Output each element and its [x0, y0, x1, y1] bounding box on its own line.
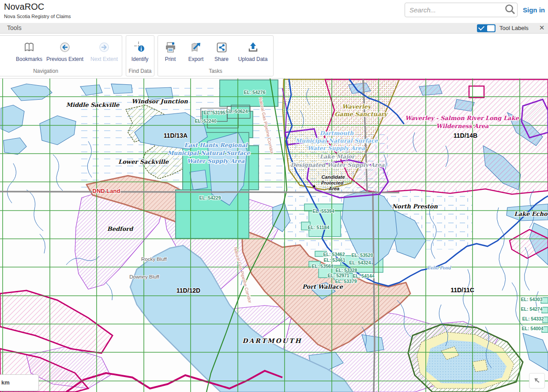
page-title: NovaROC — [4, 2, 44, 12]
map-label: 11D/13A — [164, 132, 188, 139]
upload-icon — [247, 40, 259, 54]
map-label: Designated Water Supply Area — [290, 162, 385, 168]
map-label: EL: 54274 — [521, 306, 542, 312]
attribution-arrow-icon — [533, 377, 540, 385]
map-label: EL: 53520 — [351, 253, 373, 258]
tool-label: Upload Data — [238, 56, 268, 62]
page-subtitle: Nova Scotia Registry of Claims — [4, 14, 71, 19]
map-label: Middle Sackville — [66, 102, 120, 108]
tools-ribbon: Bookmarks Previous Extent — [0, 34, 548, 79]
map-label: Wilderness Area — [436, 123, 489, 129]
map-label: EL: 51184 — [308, 225, 330, 230]
map-label: Game Sanctuary — [334, 111, 388, 117]
map-label: Downey Bluff — [129, 274, 159, 279]
bookmarks-icon — [23, 40, 35, 54]
map-label: Dartmouth — [320, 130, 354, 136]
identify-icon — [134, 40, 146, 54]
sign-in-link[interactable]: Sign in — [523, 6, 545, 14]
map-label: Waverley - Salmon River Long Lake — [405, 115, 519, 121]
close-icon[interactable]: ✕ — [537, 24, 546, 32]
map-label: EL: 50624 — [226, 109, 248, 114]
map-label: North Preston — [392, 203, 438, 210]
tools-bar: Tools Tool Labels ✕ — [0, 23, 548, 34]
search-button[interactable] — [503, 3, 517, 17]
search-input[interactable] — [405, 6, 503, 14]
toggle-knob — [487, 25, 495, 31]
group-label-find-data: Find Data — [126, 68, 154, 74]
map-label: EL: 54144 — [353, 273, 374, 279]
map-label: Echo Pond — [427, 265, 451, 270]
map-label: EL: 53379 — [335, 279, 357, 284]
header: NovaROC Nova Scotia Registry of Claims S… — [0, 0, 548, 23]
map-label: Lake Echo — [514, 211, 548, 217]
map-label: Lake Major — [319, 153, 356, 160]
attribution-toggle-button[interactable] — [529, 373, 545, 388]
map-label: Protected — [321, 180, 344, 185]
next-extent-button: Next Extent — [85, 40, 123, 62]
bookmarks-button[interactable]: Bookmarks — [10, 40, 48, 62]
map-label: EL: 53462 — [323, 252, 345, 257]
previous-extent-button[interactable]: Previous Extent — [46, 40, 84, 62]
map-label: 11D/11C — [450, 286, 474, 294]
tools-bar-title: Tools — [7, 24, 22, 31]
search-box — [405, 3, 518, 17]
tool-labels-toggle[interactable] — [477, 24, 495, 32]
next-extent-icon — [98, 40, 110, 54]
map-label: Port Wallace — [302, 283, 343, 290]
map-label: EL: 54276 — [244, 90, 265, 95]
navigation-group: Bookmarks Previous Extent — [0, 35, 122, 76]
map-label: Water Supply Area — [308, 145, 365, 151]
map-label: EL: 53195 — [203, 110, 225, 115]
map-label: Windsor Junction — [131, 98, 188, 105]
map-label: Water Supply Area — [187, 158, 245, 164]
export-icon — [190, 40, 202, 54]
map-label: Candidate — [321, 174, 345, 180]
map-label: EL: 52240 — [195, 118, 216, 124]
find-data-group: Identify Find Data — [126, 35, 154, 76]
tool-label: Bookmarks — [16, 56, 42, 62]
map-label: EL: 53328 — [335, 268, 357, 273]
map-label: EL: 53568 — [312, 264, 333, 269]
scale-unit-label: km — [1, 379, 10, 386]
checkmark-icon — [478, 24, 484, 30]
tasks-group: Print Export — [158, 35, 274, 76]
map-label: Municipal Natural Surface — [296, 137, 379, 144]
protected-area-marker — [313, 185, 315, 188]
search-icon — [504, 4, 516, 16]
map-label: Rocky Bluff — [141, 256, 167, 262]
map-label: EL: 54324 — [349, 260, 371, 265]
group-label-tasks: Tasks — [158, 68, 273, 74]
map-label: EL: 54332 — [522, 316, 544, 321]
share-icon — [216, 40, 228, 54]
map-label: 11D/14B — [454, 132, 477, 139]
map-label: EL: 52971 — [327, 273, 349, 278]
tool-label: Share — [214, 56, 229, 62]
map-label: Bedford — [107, 226, 134, 232]
map-label: Municipal Natural Surface — [168, 150, 251, 156]
map-label: Area — [328, 186, 339, 191]
previous-extent-icon — [59, 40, 71, 54]
map-label: DARTMOUTH — [242, 337, 302, 344]
tool-labels-label: Tool Labels — [499, 25, 529, 31]
print-icon — [165, 40, 176, 54]
map-label: 11D/12D — [176, 287, 200, 294]
map-label: EL: 54229 — [199, 195, 221, 200]
tool-label: Previous Extent — [46, 56, 83, 62]
map-label: Lower Sackville — [118, 158, 169, 165]
map-label: DND Land — [93, 188, 120, 194]
map-label: EL: 53461 — [323, 257, 345, 263]
map-label: EL: 54004 — [522, 326, 543, 331]
map-label: EL: 54303 — [521, 297, 542, 302]
map-label: East Hants Regional — [184, 142, 248, 148]
map-label: EL: 55394 — [312, 208, 334, 214]
novaroc-app: NovaROC Nova Scotia Registry of Claims S… — [0, 0, 548, 392]
group-label-navigation: Navigation — [0, 68, 122, 74]
tool-label: Next Extent — [90, 56, 118, 62]
upload-data-button[interactable]: Upload Data — [234, 40, 272, 62]
map-label: Waverley — [342, 103, 372, 110]
map-canvas[interactable]: Middle SackvilleWindsor JunctionLower Sa… — [0, 79, 548, 392]
tool-label: Export — [188, 56, 204, 62]
tool-label: Print — [165, 56, 176, 62]
scale-bar: km — [0, 374, 39, 391]
map-viewport: Middle SackvilleWindsor JunctionLower Sa… — [0, 79, 548, 392]
